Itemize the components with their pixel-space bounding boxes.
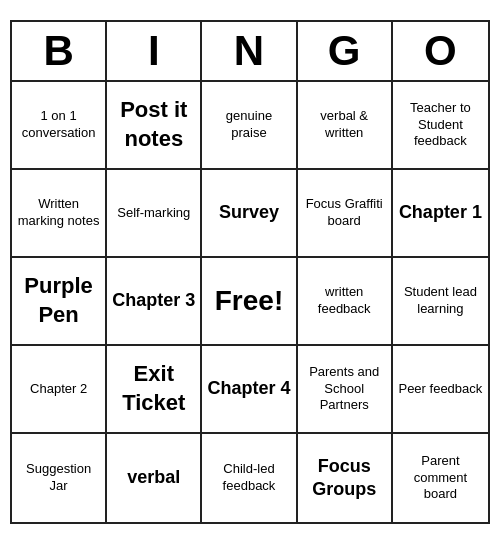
bingo-cell-21: verbal [107, 434, 202, 522]
bingo-cell-12: Free! [202, 258, 297, 346]
header-letter-g: G [298, 22, 393, 80]
bingo-cell-4: Teacher to Student feedback [393, 82, 488, 170]
header-letter-i: I [107, 22, 202, 80]
bingo-cell-10: Purple Pen [12, 258, 107, 346]
header-letter-o: O [393, 22, 488, 80]
bingo-cell-6: Self-marking [107, 170, 202, 258]
bingo-cell-2: genuine praise [202, 82, 297, 170]
bingo-cell-17: Chapter 4 [202, 346, 297, 434]
bingo-cell-23: Focus Groups [298, 434, 393, 522]
bingo-grid: 1 on 1 conversationPost it notesgenuine … [12, 82, 488, 522]
bingo-cell-7: Survey [202, 170, 297, 258]
bingo-cell-5: Written marking notes [12, 170, 107, 258]
bingo-cell-15: Chapter 2 [12, 346, 107, 434]
bingo-header: BINGO [12, 22, 488, 82]
bingo-cell-20: Suggestion Jar [12, 434, 107, 522]
bingo-cell-11: Chapter 3 [107, 258, 202, 346]
header-letter-b: B [12, 22, 107, 80]
bingo-cell-3: verbal & written [298, 82, 393, 170]
bingo-cell-13: written feedback [298, 258, 393, 346]
bingo-cell-18: Parents and School Partners [298, 346, 393, 434]
bingo-cell-0: 1 on 1 conversation [12, 82, 107, 170]
bingo-card: BINGO 1 on 1 conversationPost it notesge… [10, 20, 490, 524]
bingo-cell-19: Peer feedback [393, 346, 488, 434]
bingo-cell-16: Exit Ticket [107, 346, 202, 434]
header-letter-n: N [202, 22, 297, 80]
bingo-cell-14: Student lead learning [393, 258, 488, 346]
bingo-cell-22: Child-led feedback [202, 434, 297, 522]
bingo-cell-9: Chapter 1 [393, 170, 488, 258]
bingo-cell-8: Focus Graffiti board [298, 170, 393, 258]
bingo-cell-1: Post it notes [107, 82, 202, 170]
bingo-cell-24: Parent comment board [393, 434, 488, 522]
